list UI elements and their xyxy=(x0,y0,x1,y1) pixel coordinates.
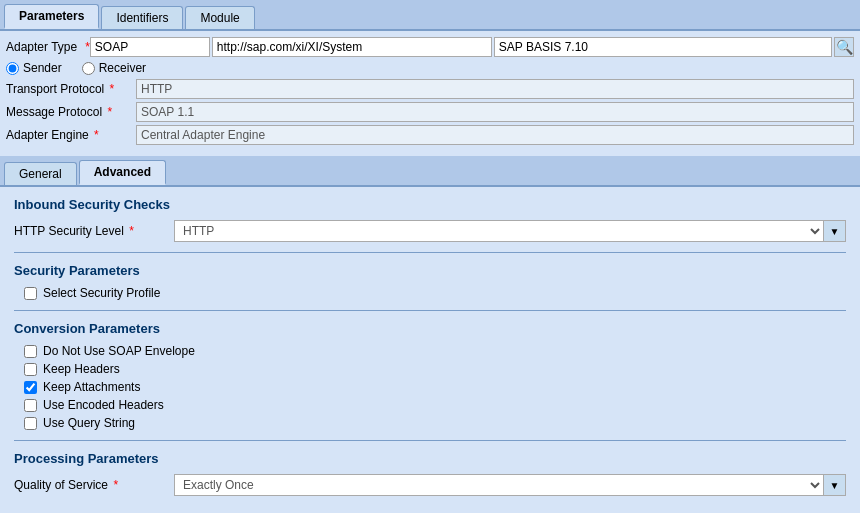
security-parameters-title: Security Parameters xyxy=(14,263,846,278)
http-security-level-select[interactable]: HTTP xyxy=(174,220,824,242)
use-query-string-label: Use Query String xyxy=(43,416,135,430)
adapter-type-basis-field[interactable] xyxy=(494,37,832,57)
use-encoded-headers-checkbox[interactable] xyxy=(24,399,37,412)
adapter-engine-value: Central Adapter Engine xyxy=(136,125,854,145)
content-area: Inbound Security Checks HTTP Security Le… xyxy=(0,187,860,511)
quality-of-service-wrapper: Exactly Once ▼ xyxy=(174,474,846,496)
use-encoded-headers-row[interactable]: Use Encoded Headers xyxy=(24,398,846,412)
keep-headers-label: Keep Headers xyxy=(43,362,120,376)
adapter-engine-label: Adapter Engine * xyxy=(6,128,136,142)
adapter-type-row: Adapter Type * 🔍 xyxy=(6,37,854,57)
top-tab-bar: Parameters Identifiers Module xyxy=(0,0,860,31)
adapter-type-soap-field[interactable] xyxy=(90,37,210,57)
quality-of-service-select[interactable]: Exactly Once xyxy=(174,474,824,496)
divider-1 xyxy=(14,252,846,253)
do-not-use-soap-row[interactable]: Do Not Use SOAP Envelope xyxy=(24,344,846,358)
tab-advanced[interactable]: Advanced xyxy=(79,160,166,185)
adapter-engine-row: Adapter Engine * Central Adapter Engine xyxy=(6,125,854,145)
quality-of-service-btn[interactable]: ▼ xyxy=(824,474,846,496)
http-security-level-row: HTTP Security Level * HTTP ▼ xyxy=(14,220,846,242)
message-protocol-label: Message Protocol * xyxy=(6,105,136,119)
divider-3 xyxy=(14,440,846,441)
tab-module[interactable]: Module xyxy=(185,6,254,29)
do-not-use-soap-label: Do Not Use SOAP Envelope xyxy=(43,344,195,358)
keep-attachments-checkbox[interactable] xyxy=(24,381,37,394)
use-query-string-row[interactable]: Use Query String xyxy=(24,416,846,430)
message-protocol-row: Message Protocol * SOAP 1.1 xyxy=(6,102,854,122)
select-security-profile-label: Select Security Profile xyxy=(43,286,160,300)
select-security-profile-checkbox[interactable] xyxy=(24,287,37,300)
security-params-checkboxes: Select Security Profile xyxy=(24,286,846,300)
transport-protocol-label: Transport Protocol * xyxy=(6,82,136,96)
conversion-params-checkboxes: Do Not Use SOAP Envelope Keep Headers Ke… xyxy=(24,344,846,430)
inbound-security-title: Inbound Security Checks xyxy=(14,197,846,212)
quality-of-service-row: Quality of Service * Exactly Once ▼ xyxy=(14,474,846,496)
header-area: Adapter Type * 🔍 Sender Receiver Transpo… xyxy=(0,31,860,152)
select-security-profile-row[interactable]: Select Security Profile xyxy=(24,286,846,300)
sender-radio-item[interactable]: Sender xyxy=(6,61,62,75)
sender-radio[interactable] xyxy=(6,62,19,75)
adapter-type-uri-field[interactable] xyxy=(212,37,492,57)
do-not-use-soap-checkbox[interactable] xyxy=(24,345,37,358)
adapter-type-icon-btn[interactable]: 🔍 xyxy=(834,37,854,57)
transport-protocol-value: HTTP xyxy=(136,79,854,99)
keep-headers-checkbox[interactable] xyxy=(24,363,37,376)
keep-attachments-label: Keep Attachments xyxy=(43,380,140,394)
keep-headers-row[interactable]: Keep Headers xyxy=(24,362,846,376)
http-security-level-label: HTTP Security Level * xyxy=(14,224,174,238)
http-security-level-btn[interactable]: ▼ xyxy=(824,220,846,242)
divider-2 xyxy=(14,310,846,311)
sub-tab-bar: General Advanced xyxy=(0,156,860,187)
sender-receiver-row: Sender Receiver xyxy=(6,61,854,75)
tab-parameters[interactable]: Parameters xyxy=(4,4,99,29)
tab-identifiers[interactable]: Identifiers xyxy=(101,6,183,29)
tab-general[interactable]: General xyxy=(4,162,77,185)
keep-attachments-row[interactable]: Keep Attachments xyxy=(24,380,846,394)
receiver-radio-item[interactable]: Receiver xyxy=(82,61,146,75)
message-protocol-value: SOAP 1.1 xyxy=(136,102,854,122)
quality-of-service-label: Quality of Service * xyxy=(14,478,174,492)
http-security-level-wrapper: HTTP ▼ xyxy=(174,220,846,242)
processing-parameters-title: Processing Parameters xyxy=(14,451,846,466)
transport-protocol-row: Transport Protocol * HTTP xyxy=(6,79,854,99)
adapter-type-label: Adapter Type xyxy=(6,40,77,54)
sender-label: Sender xyxy=(23,61,62,75)
receiver-label: Receiver xyxy=(99,61,146,75)
use-query-string-checkbox[interactable] xyxy=(24,417,37,430)
receiver-radio[interactable] xyxy=(82,62,95,75)
conversion-parameters-title: Conversion Parameters xyxy=(14,321,846,336)
use-encoded-headers-label: Use Encoded Headers xyxy=(43,398,164,412)
